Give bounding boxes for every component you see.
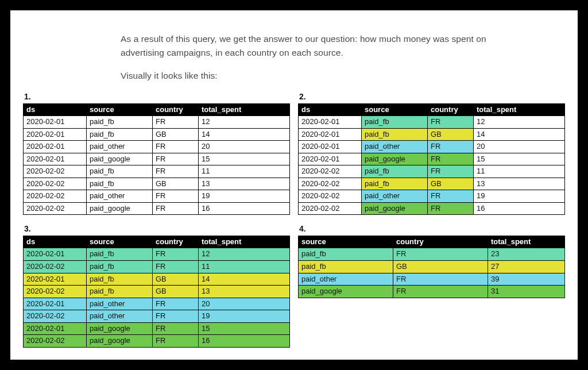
cell: 2020-02-01 xyxy=(299,128,362,141)
cell: 2020-02-01 xyxy=(299,153,362,165)
cell: GB xyxy=(153,178,199,190)
cell: 2020-02-01 xyxy=(299,116,362,129)
table-body: 2020-02-01paid_fbFR122020-02-02paid_fbFR… xyxy=(24,248,290,347)
table-header-row: ds source country total_spent xyxy=(24,236,290,248)
cell: paid_other xyxy=(362,190,428,203)
cell: 15 xyxy=(199,322,290,335)
table-row: 2020-02-02paid_fbGB13 xyxy=(299,178,565,190)
cell: 13 xyxy=(199,178,290,190)
table-row: 2020-02-02paid_fbGB13 xyxy=(24,286,290,298)
cell: 19 xyxy=(199,310,290,323)
table-row: 2020-02-01paid_googleFR15 xyxy=(24,153,290,165)
cell: 14 xyxy=(199,273,290,286)
cell: 16 xyxy=(199,335,290,348)
table-row: 2020-02-02paid_googleFR16 xyxy=(24,202,290,215)
table-row: 2020-02-01paid_fbFR12 xyxy=(299,116,565,129)
cell: 2020-02-02 xyxy=(24,286,87,298)
tables-grid: 1. ds source country total_spent 2020-02… xyxy=(23,92,565,348)
cell: FR xyxy=(153,202,199,215)
table-label: 4. xyxy=(299,224,565,233)
cell: 2020-02-01 xyxy=(24,141,87,153)
cell: GB xyxy=(153,273,199,286)
cell: 2020-02-02 xyxy=(24,190,87,203)
cell: 2020-02-01 xyxy=(24,298,87,310)
table-row: 2020-02-01paid_otherFR20 xyxy=(24,141,290,153)
cell: 15 xyxy=(474,153,565,165)
cell: 11 xyxy=(474,165,565,178)
table-2: ds source country total_spent 2020-02-01… xyxy=(298,103,565,215)
cell: paid_google xyxy=(87,335,153,348)
col-source: source xyxy=(362,104,428,116)
cell: 27 xyxy=(488,260,565,273)
col-total: total_spent xyxy=(199,104,290,116)
cell: 2020-02-02 xyxy=(24,310,87,323)
cell: 2020-02-01 xyxy=(24,248,87,261)
col-country: country xyxy=(428,104,474,116)
cell: 19 xyxy=(474,190,565,203)
table-row: 2020-02-01paid_fbFR12 xyxy=(24,116,290,129)
table-row: 2020-02-02paid_otherFR19 xyxy=(299,190,565,203)
table-body: 2020-02-01paid_fbFR122020-02-01paid_fbGB… xyxy=(24,116,290,215)
col-ds: ds xyxy=(299,104,362,116)
cell: paid_other xyxy=(87,298,153,310)
col-ds: ds xyxy=(24,104,87,116)
col-total: total_spent xyxy=(474,104,565,116)
table-1: ds source country total_spent 2020-02-01… xyxy=(23,103,290,215)
cell: FR xyxy=(153,165,199,178)
cell: 14 xyxy=(199,128,290,141)
col-total: total_spent xyxy=(199,236,290,248)
cell: 2020-02-01 xyxy=(24,116,87,129)
cell: FR xyxy=(153,310,199,323)
cell: paid_other xyxy=(87,310,153,323)
table-row: 2020-02-02paid_googleFR16 xyxy=(24,335,290,348)
cell: 15 xyxy=(199,153,290,165)
cell: paid_other xyxy=(362,141,428,153)
cell: 2020-02-02 xyxy=(24,202,87,215)
cell: 11 xyxy=(199,260,290,273)
cell: 2020-02-02 xyxy=(299,202,362,215)
table-header-row: ds source country total_spent xyxy=(24,104,290,116)
cell: paid_fb xyxy=(87,116,153,129)
cell: FR xyxy=(153,335,199,348)
table-row: 2020-02-02paid_otherFR19 xyxy=(24,310,290,323)
table-label: 3. xyxy=(24,224,290,233)
cell: paid_fb xyxy=(87,128,153,141)
cell: paid_fb xyxy=(362,128,428,141)
cell: paid_other xyxy=(87,190,153,203)
table-body: 2020-02-01paid_fbFR122020-02-01paid_fbGB… xyxy=(299,116,565,215)
table-block-3: 3. ds source country total_spent 2020-02… xyxy=(23,224,290,347)
table-row: paid_googleFR31 xyxy=(299,286,565,298)
col-source: source xyxy=(299,236,393,248)
table-3: ds source country total_spent 2020-02-01… xyxy=(23,236,290,347)
cell: paid_fb xyxy=(87,178,153,190)
col-country: country xyxy=(153,104,199,116)
cell: 20 xyxy=(199,141,290,153)
table-body: paid_fbFR23paid_fbGB27paid_otherFR39paid… xyxy=(299,248,565,298)
cell: 2020-02-01 xyxy=(24,322,87,335)
table-row: 2020-02-01paid_fbGB14 xyxy=(24,273,290,286)
cell: FR xyxy=(428,116,474,129)
intro-paragraph-2: Visually it looks like this: xyxy=(121,69,511,83)
table-block-4: 4. source country total_spent paid_fbFR2… xyxy=(298,224,565,347)
cell: paid_google xyxy=(362,202,428,215)
table-block-2: 2. ds source country total_spent 2020-02… xyxy=(298,92,565,215)
cell: 2020-02-02 xyxy=(24,335,87,348)
cell: 20 xyxy=(474,141,565,153)
table-row: paid_fbFR23 xyxy=(299,248,565,261)
table-row: 2020-02-01paid_googleFR15 xyxy=(24,322,290,335)
col-source: source xyxy=(87,104,153,116)
table-4: source country total_spent paid_fbFR23pa… xyxy=(298,236,565,298)
cell: 19 xyxy=(199,190,290,203)
cell: 23 xyxy=(488,248,565,261)
table-row: 2020-02-01paid_googleFR15 xyxy=(299,153,565,165)
cell: FR xyxy=(153,248,199,261)
col-country: country xyxy=(153,236,199,248)
cell: 13 xyxy=(474,178,565,190)
cell: 2020-02-01 xyxy=(299,141,362,153)
cell: GB xyxy=(428,128,474,141)
table-row: paid_otherFR39 xyxy=(299,273,565,286)
cell: paid_other xyxy=(299,273,393,286)
cell: FR xyxy=(153,190,199,203)
cell: paid_fb xyxy=(87,286,153,298)
cell: 2020-02-02 xyxy=(299,178,362,190)
